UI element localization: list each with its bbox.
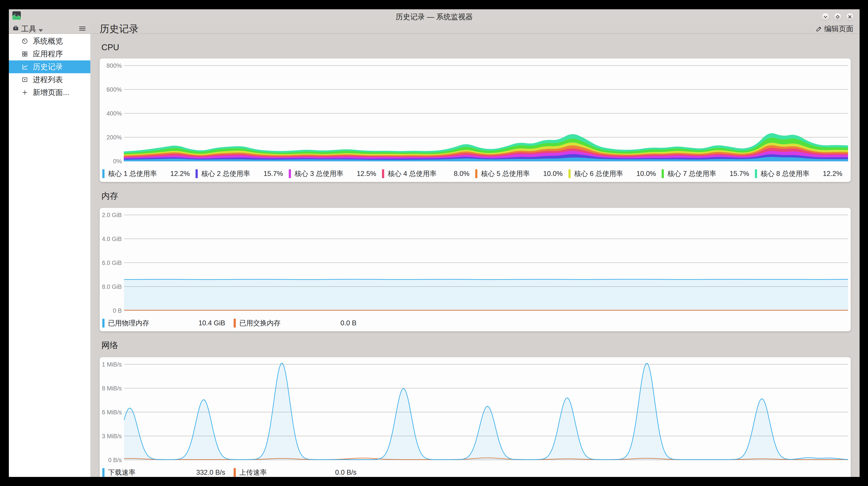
svg-text:200%: 200% — [106, 134, 122, 141]
legend-color-swatch — [102, 169, 104, 178]
legend-color-swatch — [234, 468, 236, 477]
content-area: 历史记录 编辑页面 CPU 800%600%400%200%0%核心 1 总使用… — [90, 24, 860, 477]
legend-sensor-value: 10.4 GiB — [198, 319, 225, 327]
memory-chart-card: 32.0 GiB24.0 GiB16.0 GiB8.0 GiB0 B已用物理内存… — [100, 208, 851, 331]
legend-item-已用物理内存: 已用物理内存10.4 GiB — [102, 318, 234, 328]
sidebar-item-history[interactable]: 历史记录 — [9, 60, 90, 73]
process-list-icon — [22, 76, 28, 83]
svg-text:0%: 0% — [113, 158, 122, 165]
plus-icon — [22, 89, 28, 96]
sidebar-item-process-list[interactable]: 进程列表 — [9, 73, 90, 86]
svg-text:32.0 GiB: 32.0 GiB — [102, 212, 122, 219]
gauge-icon — [22, 38, 28, 44]
legend-sensor-name: 核心 5 总使用率 — [481, 169, 530, 179]
legend-sensor-name: 已用物理内存 — [108, 319, 149, 328]
caret-down-icon — [38, 29, 43, 32]
legend-sensor-name: 核心 1 总使用率 — [108, 169, 157, 179]
cpu-chart-canvas: 800%600%400%200%0% — [102, 59, 848, 167]
legend-sensor-value: 12.2% — [170, 170, 190, 178]
legend-color-swatch — [475, 169, 477, 178]
memory-legend: 已用物理内存10.4 GiB已用交换内存0.0 B — [102, 318, 848, 328]
network-chart-card: 5.1 MiB/s3.8 MiB/s2.6 MiB/s1.3 MiB/s0 B/… — [100, 357, 851, 477]
legend-sensor-value: 10.0% — [543, 170, 563, 178]
svg-text:24.0 GiB: 24.0 GiB — [102, 236, 122, 242]
legend-color-swatch — [195, 169, 198, 178]
legend-sensor-value: 332.0 B/s — [196, 468, 225, 477]
pencil-icon — [816, 26, 822, 32]
svg-text:16.0 GiB: 16.0 GiB — [102, 260, 122, 266]
legend-sensor-value: 12.2% — [823, 170, 842, 178]
section-title-memory: 内存 — [101, 190, 851, 202]
sidebar-item-add-page[interactable]: 新增页面... — [9, 86, 90, 99]
legend-item-核心 2 总使用率: 核心 2 总使用率15.7% — [195, 169, 289, 179]
sidebar-menu-button[interactable] — [79, 25, 87, 33]
cpu-chart-card: 800%600%400%200%0%核心 1 总使用率12.2%核心 2 总使用… — [100, 58, 851, 182]
tools-menu-button[interactable]: 工具 — [12, 24, 43, 34]
legend-sensor-name: 已用交换内存 — [239, 319, 281, 328]
sidebar-item-system-overview[interactable]: 系统概览 — [9, 35, 90, 47]
minimize-button[interactable] — [822, 13, 830, 21]
svg-text:400%: 400% — [106, 110, 122, 117]
legend-sensor-value: 8.0% — [454, 170, 469, 178]
close-icon — [847, 14, 852, 19]
app-window: 历史记录 — 系统监视器 工具 — [9, 9, 860, 477]
legend-color-swatch — [662, 169, 664, 178]
cpu-legend: 核心 1 总使用率12.2%核心 2 总使用率15.7%核心 3 总使用率12.… — [102, 169, 848, 179]
history-chart-icon — [22, 64, 28, 70]
hamburger-icon — [79, 26, 86, 31]
network-chart-canvas: 5.1 MiB/s3.8 MiB/s2.6 MiB/s1.3 MiB/s0 B/… — [102, 358, 848, 466]
toolbox-icon — [12, 25, 19, 33]
legend-sensor-name: 上传速率 — [239, 468, 267, 477]
sidebar-item-label: 应用程序 — [33, 49, 63, 59]
legend-sensor-name: 核心 3 总使用率 — [294, 169, 343, 179]
legend-sensor-name: 核心 2 总使用率 — [201, 169, 250, 179]
legend-item-下载速率: 下载速率332.0 B/s — [102, 467, 234, 477]
legend-sensor-name: 核心 7 总使用率 — [668, 169, 716, 179]
maximize-button[interactable] — [834, 13, 842, 21]
tools-menu-label: 工具 — [21, 24, 36, 34]
window-title: 历史记录 — 系统监视器 — [9, 9, 860, 24]
legend-item-已用交换内存: 已用交换内存0.0 B — [234, 318, 365, 328]
chevron-down-icon — [823, 14, 828, 19]
svg-text:3.8 MiB/s: 3.8 MiB/s — [102, 385, 122, 392]
legend-sensor-name: 下载速率 — [108, 468, 135, 477]
svg-text:0 B: 0 B — [113, 307, 122, 314]
legend-item-核心 8 总使用率: 核心 8 总使用率12.2% — [755, 169, 848, 179]
sidebar-item-label: 系统概览 — [33, 36, 63, 46]
legend-sensor-name: 核心 4 总使用率 — [388, 169, 436, 179]
legend-color-swatch — [102, 319, 104, 328]
sidebar-item-applications[interactable]: 应用程序 — [9, 47, 90, 60]
sidebar-header: 工具 — [9, 24, 90, 34]
legend-color-swatch — [382, 169, 384, 178]
history-page: CPU 800%600%400%200%0%核心 1 总使用率12.2%核心 2… — [90, 34, 860, 477]
legend-item-核心 7 总使用率: 核心 7 总使用率15.7% — [662, 169, 755, 179]
titlebar: 历史记录 — 系统监视器 — [9, 9, 860, 24]
legend-sensor-value: 15.7% — [730, 170, 749, 178]
legend-item-核心 3 总使用率: 核心 3 总使用率12.5% — [289, 169, 382, 179]
sidebar: 工具 系统概览 应用程序 历史记录 — [9, 24, 90, 477]
section-title-cpu: CPU — [101, 43, 851, 52]
network-legend: 下载速率332.0 B/s上传速率0.0 B/s — [102, 467, 848, 477]
svg-text:5.1 MiB/s: 5.1 MiB/s — [102, 361, 122, 368]
svg-text:1.3 MiB/s: 1.3 MiB/s — [102, 433, 122, 440]
sidebar-item-label: 历史记录 — [33, 62, 63, 72]
app-grid-icon — [22, 51, 28, 57]
legend-item-核心 4 总使用率: 核心 4 总使用率8.0% — [382, 169, 475, 179]
legend-color-swatch — [102, 468, 104, 477]
edit-page-button[interactable]: 编辑页面 — [816, 24, 854, 34]
legend-item-核心 5 总使用率: 核心 5 总使用率10.0% — [475, 169, 568, 179]
close-button[interactable] — [846, 13, 854, 21]
sidebar-item-label: 进程列表 — [33, 74, 63, 85]
window-controls — [822, 13, 854, 21]
svg-text:600%: 600% — [106, 86, 122, 93]
svg-text:800%: 800% — [106, 62, 122, 69]
page-header: 历史记录 编辑页面 — [90, 24, 860, 34]
legend-color-swatch — [289, 169, 291, 178]
legend-sensor-name: 核心 6 总使用率 — [574, 169, 623, 179]
legend-color-swatch — [568, 169, 570, 178]
legend-sensor-value: 0.0 B/s — [335, 468, 357, 477]
legend-sensor-value: 12.5% — [357, 170, 376, 178]
legend-color-swatch — [755, 169, 757, 178]
legend-item-核心 6 总使用率: 核心 6 总使用率10.0% — [568, 169, 662, 179]
diamond-icon — [835, 14, 840, 19]
